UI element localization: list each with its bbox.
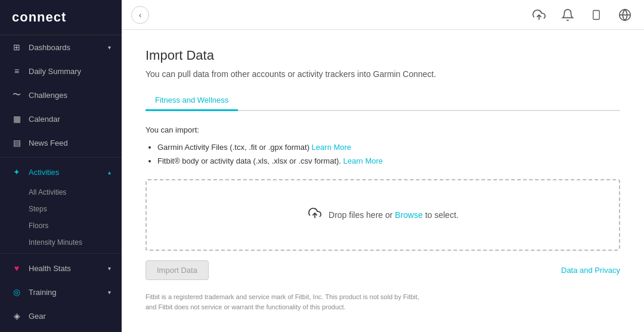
sidebar-subitem-all-activities[interactable]: All Activities bbox=[0, 184, 122, 201]
list-item-text: Garmin Activity Files (.tcx, .fit or .gp… bbox=[157, 143, 312, 152]
divider bbox=[0, 157, 122, 158]
sidebar-item-gear[interactable]: ◈ Gear bbox=[0, 304, 122, 328]
learn-more-link-fitbit[interactable]: Learn More bbox=[343, 156, 383, 165]
chevron-icon: ▾ bbox=[108, 44, 111, 51]
list-item: Garmin Activity Files (.tcx, .fit or .gp… bbox=[157, 140, 620, 154]
main-area: ‹ bbox=[122, 0, 644, 332]
header-icons bbox=[530, 5, 634, 24]
sidebar: connect ⊞ Dashboards ▾ ≡ Daily Summary 〜… bbox=[0, 0, 122, 332]
gear-icon: ◈ bbox=[11, 310, 23, 322]
browse-link[interactable]: Browse bbox=[395, 210, 423, 220]
sidebar-item-training[interactable]: ◎ Training ▾ bbox=[0, 280, 122, 304]
globe-icon[interactable] bbox=[615, 5, 634, 24]
sidebar-subitem-steps[interactable]: Steps bbox=[0, 201, 122, 217]
top-header: ‹ bbox=[122, 0, 644, 30]
sidebar-item-dashboards[interactable]: ⊞ Dashboards ▾ bbox=[0, 35, 122, 59]
sidebar-item-label: Health Stats bbox=[29, 264, 71, 273]
back-icon: ‹ bbox=[139, 10, 142, 20]
file-drop-zone[interactable]: Drop files here or Browse to select. bbox=[145, 179, 620, 251]
sidebar-item-calendar[interactable]: ▦ Calendar bbox=[0, 107, 122, 131]
sidebar-item-activities[interactable]: ✦ Activities ▴ bbox=[0, 160, 122, 184]
activities-icon: ✦ bbox=[11, 166, 23, 178]
svg-rect-1 bbox=[593, 10, 600, 19]
sidebar-item-label: Activities bbox=[29, 168, 59, 177]
dashboards-icon: ⊞ bbox=[11, 41, 23, 53]
sidebar-item-insights[interactable]: 💡 Insights bbox=[0, 328, 122, 332]
drop-zone-label: Drop files here or Browse to select. bbox=[329, 210, 459, 220]
sidebar-item-label: Challenges bbox=[29, 91, 67, 100]
sidebar-item-label: Training bbox=[29, 288, 56, 297]
chevron-up-icon: ▴ bbox=[108, 169, 111, 176]
chevron-icon: ▾ bbox=[108, 289, 111, 296]
sidebar-item-challenges[interactable]: 〜 Challenges bbox=[0, 83, 122, 107]
training-icon: ◎ bbox=[11, 286, 23, 298]
page-subtitle: You can pull data from other accounts or… bbox=[145, 69, 620, 79]
watch-icon[interactable] bbox=[587, 5, 606, 24]
news-feed-icon: ▤ bbox=[11, 137, 23, 149]
action-row: Import Data Data and Privacy bbox=[145, 260, 620, 280]
learn-more-link-garmin[interactable]: Learn More bbox=[312, 143, 351, 152]
health-stats-icon: ♥ bbox=[11, 262, 23, 274]
notification-icon[interactable] bbox=[558, 5, 577, 24]
upload-icon[interactable] bbox=[530, 5, 549, 24]
sidebar-item-daily-summary[interactable]: ≡ Daily Summary bbox=[0, 59, 122, 83]
sidebar-item-health-stats[interactable]: ♥ Health Stats ▾ bbox=[0, 256, 122, 280]
upload-cloud-icon bbox=[307, 207, 323, 223]
logo: connect bbox=[0, 0, 122, 35]
footer-note: Fitbit is a registered trademark and ser… bbox=[145, 292, 432, 313]
sidebar-item-label: Gear bbox=[29, 312, 46, 321]
tabs-bar: Fitness and Wellness bbox=[145, 91, 620, 111]
list-item-text: Fitbit® body or activity data (.xls, .xl… bbox=[157, 156, 343, 165]
sidebar-item-label: Daily Summary bbox=[29, 67, 81, 76]
calendar-icon: ▦ bbox=[11, 113, 23, 125]
import-data-button[interactable]: Import Data bbox=[145, 260, 209, 280]
logo-text: connect bbox=[12, 10, 66, 24]
divider bbox=[0, 253, 122, 254]
sidebar-item-label: Calendar bbox=[29, 115, 60, 124]
chevron-icon: ▾ bbox=[108, 265, 111, 272]
sidebar-subitem-intensity-minutes[interactable]: Intensity Minutes bbox=[0, 234, 122, 251]
back-button[interactable]: ‹ bbox=[131, 6, 149, 24]
challenges-icon: 〜 bbox=[11, 89, 23, 101]
content-area: Import Data You can pull data from other… bbox=[122, 30, 644, 332]
sidebar-item-label: Dashboards bbox=[29, 43, 70, 52]
sidebar-item-news-feed[interactable]: ▤ News Feed bbox=[0, 131, 122, 155]
data-and-privacy-link[interactable]: Data and Privacy bbox=[561, 266, 620, 275]
list-item: Fitbit® body or activity data (.xls, .xl… bbox=[157, 154, 620, 168]
import-description: You can import: bbox=[145, 125, 620, 134]
sidebar-subitem-floors[interactable]: Floors bbox=[0, 217, 122, 234]
tab-fitness-and-wellness[interactable]: Fitness and Wellness bbox=[145, 91, 238, 111]
daily-summary-icon: ≡ bbox=[11, 65, 23, 77]
sidebar-item-label: News Feed bbox=[29, 139, 68, 147]
import-list: Garmin Activity Files (.tcx, .fit or .gp… bbox=[145, 140, 620, 168]
page-title: Import Data bbox=[145, 48, 620, 63]
